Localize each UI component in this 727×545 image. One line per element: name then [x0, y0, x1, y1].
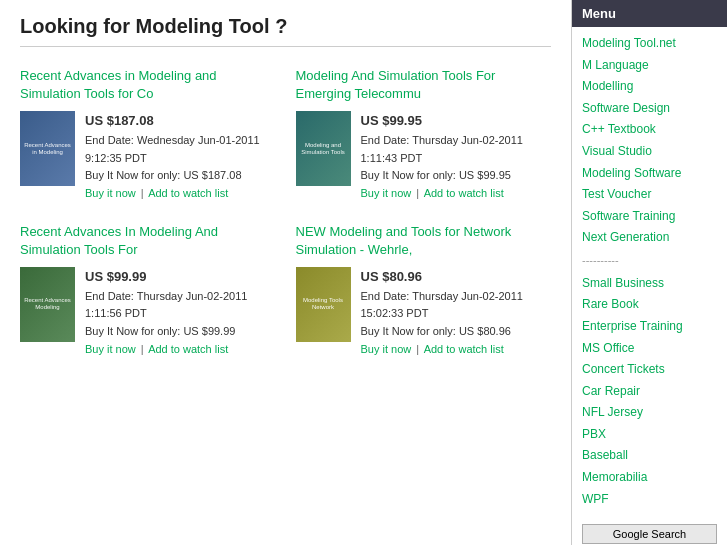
sidebar: Menu Modeling Tool.net M Language Modell…: [572, 0, 727, 545]
sidebar-item-visual-studio[interactable]: Visual Studio: [582, 141, 717, 163]
product-buy-now-3: Buy It Now for only: US $99.99: [85, 323, 276, 341]
product-image-1: Recent Advances in Modeling: [20, 111, 75, 186]
buy-now-link-2[interactable]: Buy it now: [361, 187, 412, 199]
sidebar-item-enterprise-training[interactable]: Enterprise Training: [582, 316, 717, 338]
product-price-1: US $187.08: [85, 111, 276, 132]
separator-4: |: [416, 343, 419, 355]
sidebar-item-next-generation[interactable]: Next Generation: [582, 227, 717, 249]
product-details-1: US $187.08 End Date: Wednesday Jun-01-20…: [85, 111, 276, 202]
separator-2: |: [416, 187, 419, 199]
product-buy-now-1: Buy It Now for only: US $187.08: [85, 167, 276, 185]
product-item-3: Recent Advances In Modeling And Simulati…: [20, 223, 276, 359]
product-end-date-3: End Date: Thursday Jun-02-2011 1:11:56 P…: [85, 288, 276, 323]
watch-list-link-1[interactable]: Add to watch list: [148, 187, 228, 199]
product-body-3: Recent Advances Modeling US $99.99 End D…: [20, 267, 276, 358]
sidebar-item-memorabilia[interactable]: Memorabilia: [582, 467, 717, 489]
sidebar-item-pbx[interactable]: PBX: [582, 424, 717, 446]
product-item-2: Modeling And Simulation Tools For Emergi…: [296, 67, 552, 203]
product-end-date-4: End Date: Thursday Jun-02-2011 15:02:33 …: [361, 288, 552, 323]
separator-1: |: [141, 187, 144, 199]
product-body-1: Recent Advances in Modeling US $187.08 E…: [20, 111, 276, 202]
product-details-3: US $99.99 End Date: Thursday Jun-02-2011…: [85, 267, 276, 358]
product-item-4: NEW Modeling and Tools for Network Simul…: [296, 223, 552, 359]
sidebar-item-modeling-software[interactable]: Modeling Software: [582, 163, 717, 185]
sidebar-item-modelling[interactable]: Modelling: [582, 76, 717, 98]
product-image-3: Recent Advances Modeling: [20, 267, 75, 342]
product-title-3: Recent Advances In Modeling And Simulati…: [20, 223, 276, 259]
product-end-date-1: End Date: Wednesday Jun-01-2011 9:12:35 …: [85, 132, 276, 167]
watch-list-link-2[interactable]: Add to watch list: [424, 187, 504, 199]
sidebar-item-nfl-jersey[interactable]: NFL Jersey: [582, 402, 717, 424]
watch-list-link-3[interactable]: Add to watch list: [148, 343, 228, 355]
sidebar-item-wpf[interactable]: WPF: [582, 489, 717, 511]
product-title-1: Recent Advances in Modeling and Simulati…: [20, 67, 276, 103]
search-section: Google Search: [572, 516, 727, 545]
title-divider: [20, 46, 551, 47]
product-link-title-1[interactable]: Recent Advances in Modeling and Simulati…: [20, 68, 217, 101]
product-actions-3: Buy it now | Add to watch list: [85, 341, 276, 359]
product-buy-now-2: Buy It Now for only: US $99.95: [361, 167, 552, 185]
sidebar-links-group1: Modeling Tool.net M Language Modelling S…: [572, 27, 727, 516]
buy-now-link-4[interactable]: Buy it now: [361, 343, 412, 355]
google-search-button[interactable]: Google Search: [582, 524, 717, 544]
product-title-4: NEW Modeling and Tools for Network Simul…: [296, 223, 552, 259]
sidebar-item-concert-tickets[interactable]: Concert Tickets: [582, 359, 717, 381]
product-price-3: US $99.99: [85, 267, 276, 288]
sidebar-item-rare-book[interactable]: Rare Book: [582, 294, 717, 316]
sidebar-divider: ----------: [582, 249, 717, 273]
sidebar-item-test-voucher[interactable]: Test Voucher: [582, 184, 717, 206]
sidebar-menu-title: Menu: [572, 0, 727, 27]
separator-3: |: [141, 343, 144, 355]
product-details-2: US $99.95 End Date: Thursday Jun-02-2011…: [361, 111, 552, 202]
sidebar-item-baseball[interactable]: Baseball: [582, 445, 717, 467]
sidebar-item-car-repair[interactable]: Car Repair: [582, 381, 717, 403]
buy-now-link-3[interactable]: Buy it now: [85, 343, 136, 355]
sidebar-item-small-business[interactable]: Small Business: [582, 273, 717, 295]
product-actions-2: Buy it now | Add to watch list: [361, 185, 552, 203]
watch-list-link-4[interactable]: Add to watch list: [424, 343, 504, 355]
page-title: Looking for Modeling Tool ?: [20, 15, 551, 38]
sidebar-item-software-design[interactable]: Software Design: [582, 98, 717, 120]
product-item-1: Recent Advances in Modeling and Simulati…: [20, 67, 276, 203]
product-end-date-2: End Date: Thursday Jun-02-2011 1:11:43 P…: [361, 132, 552, 167]
product-body-2: Modeling and Simulation Tools US $99.95 …: [296, 111, 552, 202]
product-title-2: Modeling And Simulation Tools For Emergi…: [296, 67, 552, 103]
sidebar-item-m-language[interactable]: M Language: [582, 55, 717, 77]
product-link-title-4[interactable]: NEW Modeling and Tools for Network Simul…: [296, 224, 512, 257]
sidebar-item-ms-office[interactable]: MS Office: [582, 338, 717, 360]
product-link-title-2[interactable]: Modeling And Simulation Tools For Emergi…: [296, 68, 496, 101]
sidebar-item-modeling-tool-net[interactable]: Modeling Tool.net: [582, 33, 717, 55]
product-image-4: Modeling Tools Network: [296, 267, 351, 342]
product-actions-4: Buy it now | Add to watch list: [361, 341, 552, 359]
buy-now-link-1[interactable]: Buy it now: [85, 187, 136, 199]
product-body-4: Modeling Tools Network US $80.96 End Dat…: [296, 267, 552, 358]
products-grid: Recent Advances in Modeling and Simulati…: [20, 67, 551, 358]
sidebar-item-cpp-textbook[interactable]: C++ Textbook: [582, 119, 717, 141]
product-buy-now-4: Buy It Now for only: US $80.96: [361, 323, 552, 341]
product-image-2: Modeling and Simulation Tools: [296, 111, 351, 186]
product-actions-1: Buy it now | Add to watch list: [85, 185, 276, 203]
product-price-4: US $80.96: [361, 267, 552, 288]
product-details-4: US $80.96 End Date: Thursday Jun-02-2011…: [361, 267, 552, 358]
sidebar-item-software-training[interactable]: Software Training: [582, 206, 717, 228]
product-link-title-3[interactable]: Recent Advances In Modeling And Simulati…: [20, 224, 218, 257]
product-price-2: US $99.95: [361, 111, 552, 132]
